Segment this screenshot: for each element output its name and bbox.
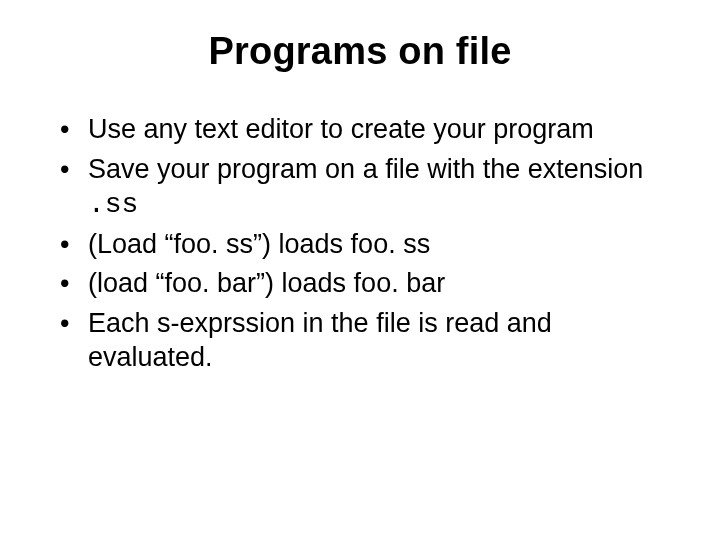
list-item: Each s-exprssion in the file is read and… <box>60 307 680 375</box>
list-item: Use any text editor to create your progr… <box>60 113 680 147</box>
slide: Programs on file Use any text editor to … <box>0 0 720 540</box>
list-item: Save your program on a file with the ext… <box>60 153 680 222</box>
bullet-text: (load “foo. bar”) loads foo. bar <box>88 268 445 298</box>
bullet-list: Use any text editor to create your progr… <box>60 113 680 375</box>
bullet-text: Use any text editor to create your progr… <box>88 114 594 144</box>
bullet-mono: .ss <box>88 189 138 220</box>
bullet-text: (Load “foo. ss”) loads foo. ss <box>88 229 430 259</box>
bullet-text: Save your program on a file with the ext… <box>88 154 643 184</box>
slide-title: Programs on file <box>40 30 680 73</box>
list-item: (Load “foo. ss”) loads foo. ss <box>60 228 680 262</box>
bullet-text: Each s-exprssion in the file is read and… <box>88 308 552 372</box>
list-item: (load “foo. bar”) loads foo. bar <box>60 267 680 301</box>
